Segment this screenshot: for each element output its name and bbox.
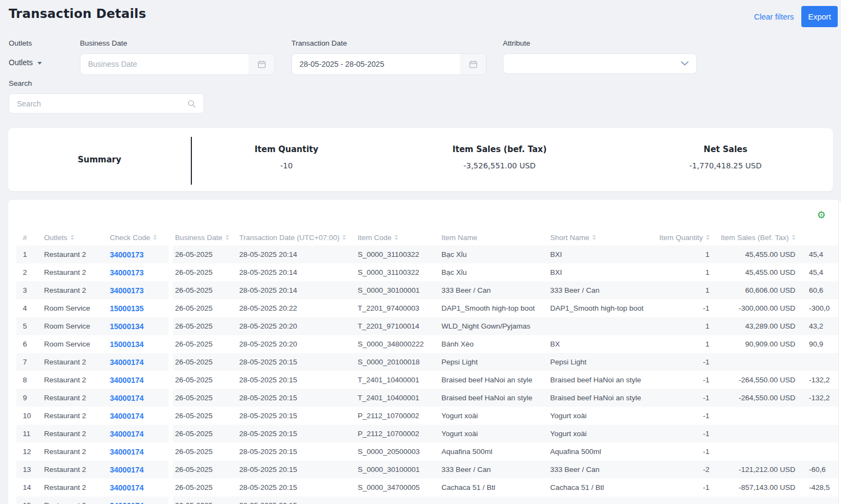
cell-code: T_2201_97100014 xyxy=(351,317,435,335)
cell-bdate: 26-05-2025 xyxy=(173,263,233,281)
cell-bdate: 26-05-2025 xyxy=(173,317,233,335)
outlets-dropdown[interactable]: Outlets xyxy=(9,58,42,67)
sort-icon[interactable] xyxy=(706,235,709,240)
check-code-link[interactable]: 34000174 xyxy=(106,478,173,496)
table-row: 8Restaurant 23400017426-05-202528-05-202… xyxy=(16,371,838,389)
column-header-code[interactable]: Item Code xyxy=(351,234,435,242)
table-row: 14Restaurant 23400017426-05-202528-05-20… xyxy=(16,478,838,496)
cell-short: Braised beef HaNoi an style xyxy=(544,389,649,407)
cell-sales: -300,000.00 USD xyxy=(710,299,796,317)
sort-icon[interactable] xyxy=(395,235,398,240)
table-row: 15Restaurant 23400017426-05-202528-05-20… xyxy=(16,496,838,504)
cell-short xyxy=(544,496,649,504)
cell-name: Bánh Xèo xyxy=(435,335,544,353)
cell-qty: -1 xyxy=(649,443,710,461)
transaction-date-label: Transaction Date xyxy=(291,39,347,47)
cell-net: 45,4 xyxy=(796,245,838,263)
cell-sales xyxy=(710,353,796,371)
cell-sales: -264,550.00 USD xyxy=(710,389,796,407)
cell-bdate: 26-05-2025 xyxy=(173,299,233,317)
table-row: 9Restaurant 23400017426-05-202528-05-202… xyxy=(16,389,838,407)
transaction-date-field[interactable] xyxy=(291,53,487,75)
cell-tdate: 28-05-2025 20:15 xyxy=(233,425,351,443)
gear-icon[interactable]: ⚙ xyxy=(817,210,826,220)
column-header-tdate[interactable]: Transaction Date (UTC+07:00) xyxy=(233,234,351,242)
cell-qty: -1 xyxy=(649,389,710,407)
sort-icon[interactable] xyxy=(153,235,157,240)
search-label: Search xyxy=(9,79,32,87)
sort-icon[interactable] xyxy=(342,235,346,240)
cell-short: Cachaca 51 / Btl xyxy=(544,478,649,496)
cell-sales: 45,455.00 USD xyxy=(710,245,796,263)
cell-sales: 60,606.00 USD xyxy=(710,281,796,299)
cell-bdate: 26-05-2025 xyxy=(173,461,233,478)
check-code-link[interactable]: 34000174 xyxy=(106,407,173,425)
column-header-sales[interactable]: Item Sales (Bef. Tax) xyxy=(710,234,796,242)
clear-filters-link[interactable]: Clear filters xyxy=(754,12,794,21)
cell-qty: -1 xyxy=(649,407,710,425)
table-row: 12Restaurant 23400017426-05-202528-05-20… xyxy=(16,443,838,461)
outlets-dropdown-value: Outlets xyxy=(9,58,33,67)
cell-code: S_0000_31100322 xyxy=(351,245,435,263)
cell-num: 5 xyxy=(16,317,37,335)
check-code-link[interactable]: 15000134 xyxy=(106,335,173,353)
check-code-link[interactable]: 34000173 xyxy=(106,245,173,263)
column-header-check[interactable]: Check Code xyxy=(106,234,173,242)
sort-icon[interactable] xyxy=(71,235,74,240)
cell-qty: -1 xyxy=(649,353,710,371)
business-date-input[interactable] xyxy=(80,54,275,74)
cell-outlet: Restaurant 2 xyxy=(37,461,106,478)
export-button[interactable]: Export xyxy=(801,6,838,27)
column-header-outlet[interactable]: Outlets xyxy=(37,234,106,242)
cell-qty: -1 xyxy=(649,478,710,496)
metric-label: Item Sales (bef. Tax) xyxy=(381,144,618,154)
column-header-short[interactable]: Short Name xyxy=(544,234,649,242)
cell-code: T_2401_10400001 xyxy=(351,389,435,407)
check-code-link[interactable]: 15000135 xyxy=(106,299,173,317)
check-code-link[interactable]: 34000174 xyxy=(106,371,173,389)
column-header-label: Short Name xyxy=(550,234,589,242)
table-row: 1Restaurant 23400017326-05-202528-05-202… xyxy=(16,245,838,263)
column-header-label: Outlets xyxy=(44,234,67,242)
cell-bdate: 26-05-2025 xyxy=(173,335,233,353)
check-code-link[interactable]: 34000174 xyxy=(106,353,173,371)
cell-num: 2 xyxy=(16,263,37,281)
business-date-suffix xyxy=(248,54,275,74)
cell-bdate: 26-05-2025 xyxy=(173,443,233,461)
cell-bdate: 26-05-2025 xyxy=(173,496,233,504)
check-code-link[interactable]: 34000174 xyxy=(106,443,173,461)
search-input[interactable] xyxy=(9,94,203,113)
check-code-link[interactable]: 34000174 xyxy=(106,461,173,478)
table-row: 11Restaurant 23400017426-05-202528-05-20… xyxy=(16,425,838,443)
transaction-date-input[interactable] xyxy=(292,54,486,74)
caret-down-icon xyxy=(38,62,42,65)
cell-net: -300,0 xyxy=(796,299,838,317)
cell-sales xyxy=(710,443,796,461)
check-code-link[interactable]: 34000173 xyxy=(106,263,173,281)
cell-bdate: 26-05-2025 xyxy=(173,425,233,443)
metric-value: -1,770,418.25 USD xyxy=(618,161,833,170)
cell-qty: 1 xyxy=(649,263,710,281)
check-code-link[interactable]: 15000134 xyxy=(106,317,173,335)
cell-tdate: 28-05-2025 20:15 xyxy=(233,443,351,461)
column-header-qty[interactable]: Item Quantity xyxy=(649,234,710,242)
attribute-select[interactable] xyxy=(503,53,697,74)
cell-net: -60,6 xyxy=(796,461,838,478)
sort-icon[interactable] xyxy=(792,235,795,240)
cell-code: S_0000_31100322 xyxy=(351,263,435,281)
cell-tdate: 28-05-2025 20:22 xyxy=(233,299,351,317)
check-code-link[interactable]: 34000174 xyxy=(106,425,173,443)
page-title: Transaction Details xyxy=(9,7,146,21)
check-code-link[interactable]: 34000174 xyxy=(106,496,173,504)
table-row: 2Restaurant 23400017326-05-202528-05-202… xyxy=(16,263,838,281)
column-header-bdate[interactable]: Business Date xyxy=(173,234,233,242)
cell-outlet: Restaurant 2 xyxy=(37,425,106,443)
sort-icon[interactable] xyxy=(226,235,229,240)
business-date-field[interactable] xyxy=(80,53,275,75)
check-code-link[interactable]: 34000174 xyxy=(106,389,173,407)
check-code-link[interactable]: 34000173 xyxy=(106,281,173,299)
cell-tdate: 28-05-2025 20:15 xyxy=(233,478,351,496)
cell-name: Braised beef HaNoi an style xyxy=(435,389,544,407)
sort-icon[interactable] xyxy=(593,235,596,240)
search-field[interactable] xyxy=(9,93,204,114)
